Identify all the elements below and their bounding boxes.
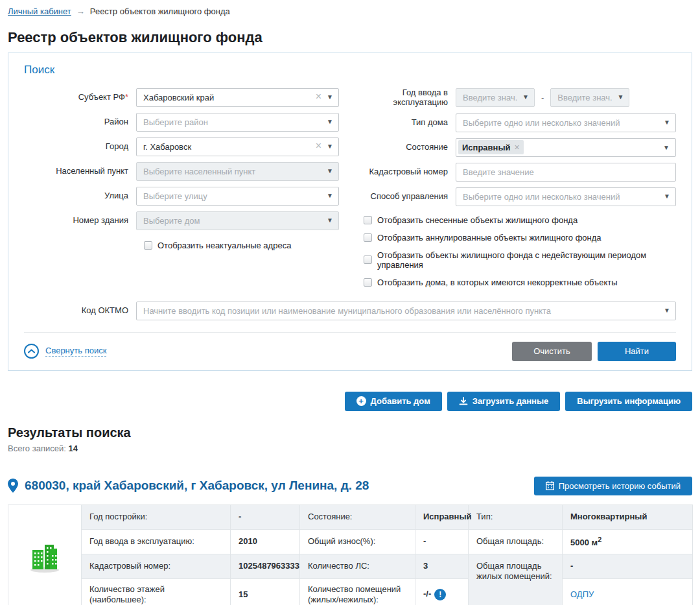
chevron-up-circle-icon[interactable] [24,344,39,359]
condition-select[interactable]: Исправный × ▼ [456,138,676,157]
condition-multiselect[interactable]: Исправный × ▼ [456,138,676,157]
management-method-input[interactable] [456,187,676,206]
year-from-select[interactable]: ▼ [456,88,535,107]
table-value-odpu: ОДПУ [563,578,693,605]
house-type-select[interactable]: ▼ [456,113,676,132]
location-pin-icon [8,479,18,493]
management-method-select[interactable]: ▼ [456,187,676,206]
chip-remove-icon[interactable]: × [515,142,520,152]
odpu-link[interactable]: ОДПУ [570,589,594,599]
actions-row: + Добавить дом Загрузить данные Выгрузит… [8,392,692,411]
breadcrumb-arrow-icon: → [76,6,85,16]
settlement-label: Населенный пункт [24,167,136,176]
breadcrumb: Личный кабинет → Реестр объектов жилищно… [0,0,700,20]
field-house-type: Тип дома ▼ [355,113,676,132]
oktmo-select[interactable]: ▼ [136,302,676,320]
result-address-link[interactable]: 680030, край Хабаровский, г Хабаровск, у… [8,479,369,493]
checkbox-incorrect-objects-label: Отобразить дома, в которых имеются некор… [377,278,618,287]
table-row: Год ввода в эксплуатацию: 2010 Общий изн… [8,529,693,554]
checkbox-demolished[interactable]: Отобразить снесенные объекты жилищного ф… [364,215,676,225]
checkbox-icon[interactable] [364,233,372,242]
chevron-down-icon[interactable]: ▼ [327,168,333,174]
result-item-header: 680030, край Хабаровский, г Хабаровск, у… [8,477,692,495]
table-value: - [231,504,300,529]
clear-button[interactable]: Очистить [512,342,592,361]
add-house-button-label: Добавить дом [371,396,430,406]
cadastral-number-wrap[interactable] [456,163,676,182]
export-info-button-label: Выгрузить информацию [577,396,681,406]
chevron-down-icon[interactable]: ▼ [522,94,529,101]
collapse-search-link[interactable]: Свернуть поиск [24,344,106,359]
building-number-input[interactable] [136,211,339,230]
district-select[interactable]: ▼ [136,113,339,132]
area-sup: 2 [598,536,601,543]
plus-circle-icon: + [356,396,366,406]
chevron-down-icon[interactable]: ▼ [617,94,624,101]
view-history-button[interactable]: Просмотреть историю событий [534,477,692,495]
checkbox-invalid-period[interactable]: Отобразить объекты жилищного фонда с нед… [364,250,676,270]
add-house-button[interactable]: + Добавить дом [345,392,442,411]
commissioning-year-range: ▼ - ▼ [456,88,676,107]
field-building-number: Номер здания ▼ [24,211,339,230]
chevron-down-icon[interactable]: ▼ [664,119,670,126]
checkbox-annulled[interactable]: Отобразить аннулированные объекты жилищн… [364,233,676,243]
page-title: Реестр объектов жилищного фонда [8,29,692,46]
clear-icon[interactable]: × [316,91,321,102]
find-button[interactable]: Найти [598,342,676,361]
city-select[interactable]: × ▼ [136,137,339,156]
chevron-down-icon[interactable]: ▼ [327,119,333,125]
search-panel-footer: Свернуть поиск Очистить Найти [24,332,676,361]
district-input[interactable] [136,113,339,132]
upload-data-button[interactable]: Загрузить данные [447,392,561,411]
chevron-down-icon[interactable]: ▼ [327,143,333,150]
city-input[interactable] [136,137,339,156]
table-row: Количество этажей (наибольшее): 15 Колич… [8,578,693,605]
commissioning-year-label: Год ввода в эксплуатацию [355,88,456,108]
house-type-input[interactable] [456,113,676,132]
breadcrumb-home-link[interactable]: Личный кабинет [8,6,71,16]
year-range-separator: - [541,93,544,102]
district-label: Район [24,117,136,127]
export-info-button[interactable]: Выгрузить информацию [565,392,692,411]
subject-rf-input[interactable] [136,88,339,107]
table-value: 15 [231,578,300,605]
house-type-label: Тип дома [355,118,456,128]
field-condition: Состояние Исправный × ▼ [355,138,676,157]
street-select[interactable]: ▼ [136,187,339,206]
checkbox-incorrect-objects[interactable]: Отобразить дома, в которых имеются некор… [364,278,676,287]
settlement-select[interactable]: ▼ [136,162,339,181]
field-commissioning-year: Год ввода в эксплуатацию ▼ - ▼ [355,88,676,108]
chevron-down-icon[interactable]: ▼ [664,307,670,314]
table-label: Количество этажей (наибольшее): [82,578,231,605]
chevron-down-icon[interactable]: ▼ [327,193,333,199]
clear-icon[interactable]: × [316,141,321,151]
oktmo-input[interactable] [136,302,676,320]
chevron-down-icon[interactable]: ▼ [327,217,333,224]
checkbox-inactive-addresses[interactable]: Отобразить неактуальные адреса [144,241,339,250]
subject-rf-select[interactable]: × ▼ [136,88,339,107]
city-label: Город [24,142,136,152]
building-number-select[interactable]: ▼ [136,211,339,230]
building-icon-cell [8,504,82,605]
settlement-input[interactable] [136,162,339,181]
checkbox-icon[interactable] [144,241,152,250]
checkbox-icon[interactable] [364,278,372,287]
chevron-down-icon[interactable]: ▼ [663,145,670,151]
search-panel: Поиск Субъект РФ* × ▼ Район ▼ [8,53,692,371]
chevron-down-icon[interactable]: ▼ [327,94,333,101]
table-label: Год ввода в эксплуатацию: [82,529,231,554]
info-icon[interactable]: ! [434,589,446,600]
street-input[interactable] [136,187,339,206]
building-number-label: Номер здания [24,216,136,226]
table-label: Количество помещений (жилых/нежилых): [300,578,415,605]
checkbox-icon[interactable] [364,255,372,264]
year-to-select[interactable]: ▼ [550,88,629,107]
subject-rf-label: Субъект РФ* [24,93,136,102]
building-icon [27,540,62,573]
checkbox-icon[interactable] [364,216,372,224]
checkbox-annulled-label: Отобразить аннулированные объекты жилищн… [377,233,601,243]
table-label: Тип: [469,504,563,529]
chevron-down-icon[interactable]: ▼ [664,193,670,200]
cadastral-number-input[interactable] [456,163,676,182]
table-label: Год постройки: [82,504,231,529]
